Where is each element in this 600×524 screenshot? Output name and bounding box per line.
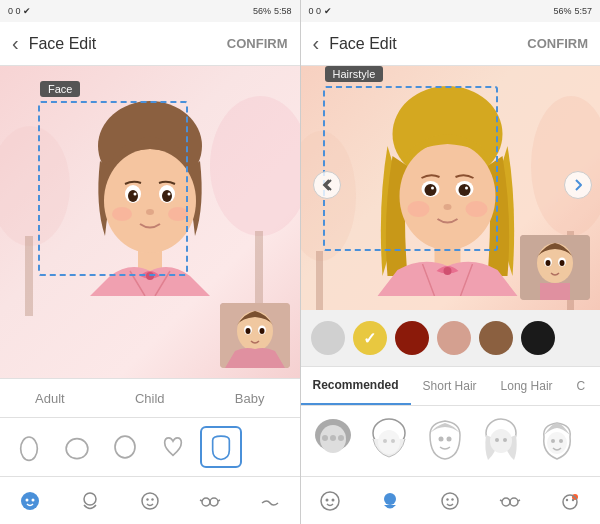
svg-point-29 bbox=[31, 498, 34, 501]
top-bar-right: ‹ Face Edit CONFIRM bbox=[301, 22, 601, 66]
tab-long-hair[interactable]: Long Hair bbox=[489, 367, 565, 405]
age-tabs: Adult Child Baby bbox=[0, 378, 300, 418]
svg-point-77 bbox=[503, 438, 507, 442]
time-right: 5:57 bbox=[574, 6, 592, 16]
tab-c[interactable]: C bbox=[565, 367, 598, 405]
svg-line-38 bbox=[218, 500, 220, 501]
color-dark-red[interactable] bbox=[395, 321, 429, 355]
tab-short-hair[interactable]: Short Hair bbox=[411, 367, 489, 405]
photo-face-svg-right bbox=[520, 235, 590, 300]
confirm-button-left[interactable]: CONFIRM bbox=[227, 36, 288, 51]
nav-expression-right[interactable] bbox=[435, 486, 465, 516]
face-box-label: Face bbox=[40, 81, 80, 97]
face-shape-selector bbox=[0, 418, 300, 476]
nav-expression-left[interactable] bbox=[135, 486, 165, 516]
nav-accessories-right[interactable] bbox=[495, 486, 525, 516]
confirm-button-right[interactable]: CONFIRM bbox=[527, 36, 588, 51]
svg-rect-62 bbox=[540, 283, 570, 300]
status-icons-right: 0 0 ✔ bbox=[309, 6, 332, 16]
svg-point-26 bbox=[115, 436, 135, 458]
svg-point-76 bbox=[495, 438, 499, 442]
svg-point-71 bbox=[391, 439, 395, 443]
svg-point-87 bbox=[452, 498, 454, 500]
svg-point-67 bbox=[338, 435, 344, 441]
status-bar-right: 0 0 ✔ 56% 5:57 bbox=[301, 0, 601, 22]
nav-head-right[interactable] bbox=[375, 486, 405, 516]
face-selection-box: Face bbox=[38, 101, 188, 276]
right-panel: 0 0 ✔ 56% 5:57 ‹ Face Edit CONFIRM bbox=[301, 0, 601, 524]
status-bar-left: 0 0 ✔ 56% 5:58 bbox=[0, 0, 300, 22]
svg-point-73 bbox=[446, 437, 451, 442]
arrow-right-button[interactable] bbox=[564, 171, 592, 199]
svg-line-92 bbox=[518, 500, 520, 501]
svg-point-82 bbox=[326, 498, 329, 501]
svg-point-33 bbox=[151, 498, 153, 500]
hairstyle-selection-box: Hairstyle bbox=[323, 86, 498, 251]
color-peach[interactable] bbox=[437, 321, 471, 355]
svg-point-21 bbox=[245, 328, 250, 334]
svg-point-55 bbox=[444, 267, 452, 275]
hairstyle-item-5[interactable] bbox=[531, 412, 583, 470]
top-bar-left: ‹ Face Edit CONFIRM bbox=[0, 22, 300, 66]
svg-point-80 bbox=[559, 439, 563, 443]
svg-point-70 bbox=[383, 439, 387, 443]
svg-point-35 bbox=[210, 498, 218, 506]
bottom-nav-right bbox=[301, 476, 601, 524]
status-left-right: 0 0 ✔ bbox=[309, 6, 332, 16]
svg-line-37 bbox=[200, 500, 202, 501]
svg-point-61 bbox=[560, 260, 565, 266]
face-shape-5[interactable] bbox=[200, 426, 242, 468]
hairstyle-item-1[interactable] bbox=[307, 412, 359, 470]
back-button-left[interactable]: ‹ bbox=[12, 32, 19, 55]
svg-point-81 bbox=[321, 492, 339, 510]
tab-baby[interactable]: Baby bbox=[200, 379, 300, 417]
color-black[interactable] bbox=[521, 321, 555, 355]
face-shape-3[interactable] bbox=[104, 426, 146, 468]
face-shape-4[interactable] bbox=[152, 426, 194, 468]
status-right-right: 56% 5:57 bbox=[553, 6, 592, 16]
time-left: 5:58 bbox=[274, 6, 292, 16]
nav-face-left[interactable] bbox=[15, 486, 45, 516]
battery-right: 56% bbox=[553, 6, 571, 16]
svg-point-65 bbox=[322, 435, 328, 441]
color-brown[interactable] bbox=[479, 321, 513, 355]
color-light-gray[interactable] bbox=[311, 321, 345, 355]
color-gold[interactable] bbox=[353, 321, 387, 355]
bottom-nav-left bbox=[0, 476, 300, 524]
nav-other-right[interactable] bbox=[555, 486, 585, 516]
reference-photo-left bbox=[220, 303, 290, 368]
svg-point-94 bbox=[563, 495, 577, 509]
svg-point-30 bbox=[84, 493, 96, 505]
face-shape-1[interactable] bbox=[8, 426, 50, 468]
battery-left: 56% bbox=[253, 6, 271, 16]
svg-point-66 bbox=[330, 435, 336, 441]
svg-point-28 bbox=[25, 498, 28, 501]
svg-point-86 bbox=[447, 498, 449, 500]
svg-point-27 bbox=[21, 492, 39, 510]
hairstyle-item-selector bbox=[301, 406, 601, 476]
hairstyle-box-label: Hairstyle bbox=[325, 66, 384, 82]
svg-point-69 bbox=[378, 430, 400, 454]
hairstyle-item-3[interactable] bbox=[419, 412, 471, 470]
color-selector bbox=[301, 310, 601, 366]
status-icons: 0 0 ✔ bbox=[8, 6, 31, 16]
nav-accessories-left[interactable] bbox=[195, 486, 225, 516]
svg-point-85 bbox=[442, 493, 458, 509]
hairstyle-item-2[interactable] bbox=[363, 412, 415, 470]
face-shape-2[interactable] bbox=[56, 426, 98, 468]
nav-other-left[interactable] bbox=[255, 486, 285, 516]
nav-head-left[interactable] bbox=[75, 486, 105, 516]
nav-face-right[interactable] bbox=[315, 486, 345, 516]
page-title-left: Face Edit bbox=[29, 35, 227, 53]
photo-face-svg bbox=[220, 303, 290, 368]
svg-point-79 bbox=[551, 439, 555, 443]
tab-recommended[interactable]: Recommended bbox=[301, 367, 411, 405]
tab-child[interactable]: Child bbox=[100, 379, 200, 417]
arrow-left-button[interactable] bbox=[313, 171, 341, 199]
left-panel: 0 0 ✔ 56% 5:58 ‹ Face Edit CONFIRM bbox=[0, 0, 300, 524]
back-button-right[interactable]: ‹ bbox=[313, 32, 320, 55]
tab-adult[interactable]: Adult bbox=[0, 379, 100, 417]
svg-point-31 bbox=[142, 493, 158, 509]
status-left: 0 0 ✔ bbox=[8, 6, 31, 16]
hairstyle-item-4[interactable] bbox=[475, 412, 527, 470]
